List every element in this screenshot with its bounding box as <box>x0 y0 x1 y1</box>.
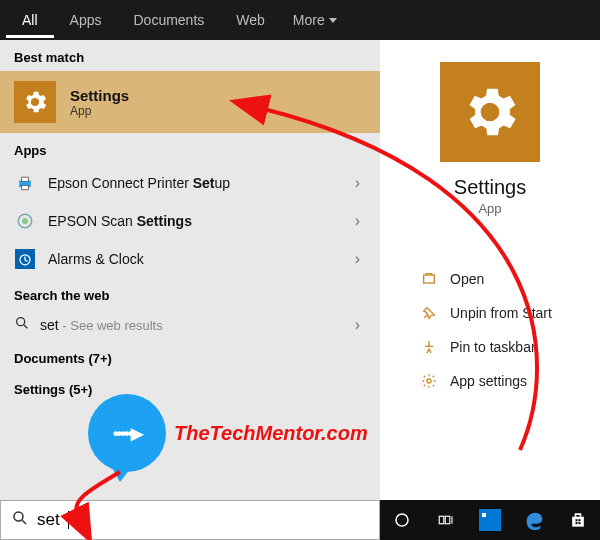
open-icon <box>420 270 438 288</box>
section-documents: Documents (7+) <box>0 341 380 372</box>
taskbar-taskview[interactable] <box>424 500 468 540</box>
taskbar-edge[interactable] <box>512 500 556 540</box>
preview-pane: Settings App Open Unpin from Start Pin t… <box>380 40 600 500</box>
svg-point-11 <box>396 514 408 526</box>
printer-icon <box>14 172 36 194</box>
preview-subtitle: App <box>478 201 501 216</box>
gear-icon <box>420 372 438 390</box>
app-result-epson-scan[interactable]: EPSON Scan Settings › <box>0 202 380 240</box>
taskbar-store[interactable] <box>556 500 600 540</box>
ctx-open[interactable]: Open <box>414 262 592 296</box>
app-result-alarms[interactable]: Alarms & Clock › <box>0 240 380 278</box>
app-result-label: Alarms & Clock <box>48 251 343 267</box>
app-result-label: EPSON Scan Settings <box>48 213 343 229</box>
preview-title: Settings <box>454 176 526 199</box>
section-search-web: Search the web <box>0 278 380 309</box>
ctx-label: Open <box>450 271 484 287</box>
search-input-text: set <box>37 510 60 530</box>
gear-icon <box>14 81 56 123</box>
tab-all[interactable]: All <box>6 2 54 38</box>
web-result-label: set - See web results <box>40 317 163 333</box>
tab-more-label: More <box>293 12 325 28</box>
context-actions: Open Unpin from Start Pin to taskbar App… <box>380 262 600 398</box>
svg-rect-13 <box>445 516 450 524</box>
taskbar <box>380 500 600 540</box>
best-match-title: Settings <box>70 87 129 104</box>
web-result-set[interactable]: set - See web results › <box>0 309 380 341</box>
ctx-pin-taskbar[interactable]: Pin to taskbar <box>414 330 592 364</box>
section-apps: Apps <box>0 133 380 164</box>
search-icon <box>14 315 30 335</box>
svg-rect-16 <box>576 522 578 524</box>
svg-rect-1 <box>22 177 29 181</box>
text-caret <box>68 511 69 529</box>
app-result-epson-connect[interactable]: Epson Connect Printer Setup › <box>0 164 380 202</box>
svg-point-4 <box>22 218 28 224</box>
gear-icon <box>440 62 540 162</box>
ctx-label: Pin to taskbar <box>450 339 536 355</box>
scanner-icon <box>14 210 36 232</box>
svg-rect-8 <box>424 275 435 283</box>
chevron-right-icon: › <box>355 316 366 334</box>
taskbar-calendar[interactable] <box>468 500 512 540</box>
chevron-right-icon: › <box>355 250 366 268</box>
search-icon <box>11 509 29 531</box>
tab-web[interactable]: Web <box>220 2 281 38</box>
search-filter-tabs: All Apps Documents Web More <box>0 0 600 40</box>
alarm-icon <box>14 248 36 270</box>
svg-rect-14 <box>576 519 578 521</box>
chevron-right-icon: › <box>355 212 366 230</box>
unpin-icon <box>420 304 438 322</box>
pin-icon <box>420 338 438 356</box>
best-match-subtitle: App <box>70 104 129 118</box>
search-bar[interactable]: set <box>0 500 380 540</box>
tab-apps[interactable]: Apps <box>54 2 118 38</box>
best-match-settings[interactable]: Settings App <box>0 71 380 133</box>
chevron-right-icon: › <box>355 174 366 192</box>
svg-rect-12 <box>439 516 444 524</box>
results-panel: Best match Settings App Apps Epson Conne… <box>0 40 380 500</box>
svg-rect-2 <box>22 186 29 190</box>
ctx-label: App settings <box>450 373 527 389</box>
taskbar-cortana[interactable] <box>380 500 424 540</box>
ctx-app-settings[interactable]: App settings <box>414 364 592 398</box>
svg-point-7 <box>17 318 25 326</box>
ctx-label: Unpin from Start <box>450 305 552 321</box>
tab-more[interactable]: More <box>281 2 349 38</box>
section-settings-group: Settings (5+) <box>0 372 380 403</box>
svg-point-10 <box>14 512 23 521</box>
svg-point-9 <box>427 379 431 383</box>
section-best-match: Best match <box>0 40 380 71</box>
app-result-label: Epson Connect Printer Setup <box>48 175 343 191</box>
tab-documents[interactable]: Documents <box>117 2 220 38</box>
svg-rect-15 <box>578 519 580 521</box>
ctx-unpin-start[interactable]: Unpin from Start <box>414 296 592 330</box>
svg-rect-17 <box>578 522 580 524</box>
chevron-down-icon <box>329 18 337 23</box>
